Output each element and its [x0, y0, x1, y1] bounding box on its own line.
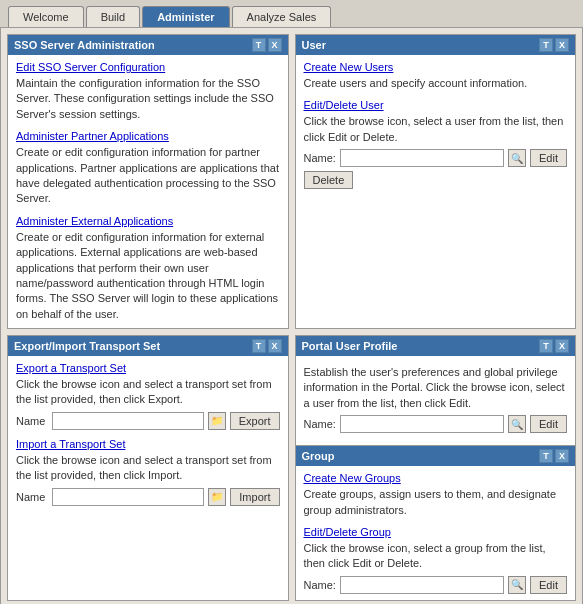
panel-portal-header: Portal User Profile T X	[296, 336, 576, 356]
group-name-row: Name: 🔍 Edit	[304, 576, 568, 594]
panel-group-icon-t[interactable]: T	[539, 449, 553, 463]
group-name-input[interactable]	[340, 576, 504, 594]
create-new-groups-desc: Create groups, assign users to them, and…	[304, 487, 568, 518]
import-browse-button[interactable]: 📁	[208, 488, 226, 506]
panel-portal-title: Portal User Profile	[302, 340, 398, 352]
panel-export-import: Export/Import Transport Set T X Export a…	[7, 335, 289, 601]
portal-browse-button[interactable]: 🔍	[508, 415, 526, 433]
import-name-input[interactable]	[52, 488, 204, 506]
panel-sso-icon-t[interactable]: T	[252, 38, 266, 52]
import-name-row: Name 📁 Import	[16, 488, 280, 506]
panel-user-icons: T X	[539, 38, 569, 52]
panel-user-body: Create New Users Create users and specif…	[296, 55, 576, 195]
user-name-input[interactable]	[340, 149, 504, 167]
panel-portal-icon-x[interactable]: X	[555, 339, 569, 353]
edit-delete-user-link[interactable]: Edit/Delete User	[304, 99, 384, 111]
tab-welcome[interactable]: Welcome	[8, 6, 84, 27]
import-name-label: Name	[16, 491, 48, 503]
user-delete-row: Delete	[304, 171, 568, 189]
portal-edit-button[interactable]: Edit	[530, 415, 567, 433]
edit-sso-config-desc: Maintain the configuration information f…	[16, 76, 280, 122]
user-edit-button[interactable]: Edit	[530, 149, 567, 167]
edit-delete-group-section: Edit/Delete Group Click the browse icon,…	[304, 526, 568, 572]
panel-group-icon-x[interactable]: X	[555, 449, 569, 463]
panel-sso-body: Edit SSO Server Configuration Maintain t…	[8, 55, 288, 328]
group-name-label: Name:	[304, 579, 336, 591]
edit-delete-group-link[interactable]: Edit/Delete Group	[304, 526, 391, 538]
edit-delete-group-desc: Click the browse icon, select a group fr…	[304, 541, 568, 572]
portal-user-profile-desc: Establish the user's preferences and glo…	[304, 365, 568, 411]
partner-apps-desc: Create or edit configuration information…	[16, 145, 280, 207]
panel-group-icons: T X	[539, 449, 569, 463]
panel-sso-icon-x[interactable]: X	[268, 38, 282, 52]
export-button[interactable]: Export	[230, 412, 280, 430]
group-browse-button[interactable]: 🔍	[508, 576, 526, 594]
nav-tabs: Welcome Build Administer Analyze Sales	[0, 0, 583, 27]
panel-export-header: Export/Import Transport Set T X	[8, 336, 288, 356]
panel-export-icon-t[interactable]: T	[252, 339, 266, 353]
panel-user: User T X Create New Users Create users a…	[295, 34, 577, 329]
panel-user-icon-t[interactable]: T	[539, 38, 553, 52]
tab-administer[interactable]: Administer	[142, 6, 229, 27]
edit-delete-user-section: Edit/Delete User Click the browse icon, …	[304, 99, 568, 145]
import-transport-link[interactable]: Import a Transport Set	[16, 438, 125, 450]
export-transport-desc: Click the browse icon and select a trans…	[16, 377, 280, 408]
external-apps-desc: Create or edit configuration information…	[16, 230, 280, 322]
group-edit-button[interactable]: Edit	[530, 576, 567, 594]
partner-section: Administer Partner Applications Create o…	[16, 130, 280, 207]
panel-group-header: Group T X	[296, 446, 576, 466]
panel-export-body: Export a Transport Set Click the browse …	[8, 356, 288, 512]
export-name-input[interactable]	[52, 412, 204, 430]
panel-sso: SSO Server Administration T X Edit SSO S…	[7, 34, 289, 329]
create-new-users-desc: Create users and specify account informa…	[304, 76, 568, 91]
panel-export-icon-x[interactable]: X	[268, 339, 282, 353]
create-new-groups-link[interactable]: Create New Groups	[304, 472, 401, 484]
tab-build[interactable]: Build	[86, 6, 140, 27]
panel-group-title: Group	[302, 450, 335, 462]
panel-group-body: Create New Groups Create groups, assign …	[296, 466, 576, 600]
import-button[interactable]: Import	[230, 488, 279, 506]
user-browse-button[interactable]: 🔍	[508, 149, 526, 167]
panel-portal-user-profile: Portal User Profile T X Establish the us…	[295, 335, 577, 601]
external-section: Administer External Applications Create …	[16, 215, 280, 322]
panel-sso-header: SSO Server Administration T X	[8, 35, 288, 55]
portal-name-label: Name:	[304, 418, 336, 430]
panel-sso-title: SSO Server Administration	[14, 39, 155, 51]
panel-user-title: User	[302, 39, 326, 51]
export-name-label: Name	[16, 415, 48, 427]
portal-name-row: Name: 🔍 Edit	[304, 415, 568, 433]
panel-portal-icon-t[interactable]: T	[539, 339, 553, 353]
import-section: Import a Transport Set Click the browse …	[16, 438, 280, 484]
export-name-row: Name 📁 Export	[16, 412, 280, 430]
main-content: SSO Server Administration T X Edit SSO S…	[0, 27, 583, 604]
user-name-row: Name: 🔍 Edit	[304, 149, 568, 167]
edit-sso-config-link[interactable]: Edit SSO Server Configuration	[16, 61, 165, 73]
partner-apps-link[interactable]: Administer Partner Applications	[16, 130, 169, 142]
export-browse-button[interactable]: 📁	[208, 412, 226, 430]
create-new-users-link[interactable]: Create New Users	[304, 61, 394, 73]
user-delete-button[interactable]: Delete	[304, 171, 354, 189]
import-transport-desc: Click the browse icon and select a trans…	[16, 453, 280, 484]
user-name-label: Name:	[304, 152, 336, 164]
panel-user-icon-x[interactable]: X	[555, 38, 569, 52]
panel-sso-icons: T X	[252, 38, 282, 52]
edit-delete-user-desc: Click the browse icon, select a user fro…	[304, 114, 568, 145]
panel-portal-icons: T X	[539, 339, 569, 353]
export-transport-link[interactable]: Export a Transport Set	[16, 362, 126, 374]
external-apps-link[interactable]: Administer External Applications	[16, 215, 173, 227]
panel-export-icons: T X	[252, 339, 282, 353]
tab-analyze-sales[interactable]: Analyze Sales	[232, 6, 332, 27]
panel-export-title: Export/Import Transport Set	[14, 340, 160, 352]
portal-name-input[interactable]	[340, 415, 504, 433]
panel-user-header: User T X	[296, 35, 576, 55]
panel-portal-body: Establish the user's preferences and glo…	[296, 356, 576, 439]
